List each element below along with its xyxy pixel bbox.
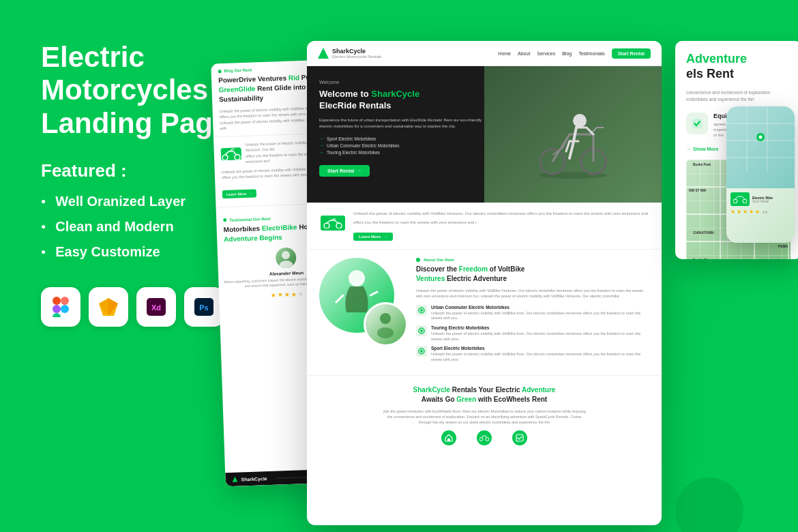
svg-point-26 bbox=[420, 309, 423, 312]
phone-screen: Electric Bike Sport Model ★ ★ ★ ★ ★ 4.8 bbox=[726, 106, 795, 243]
lp-learn-more[interactable]: Learn More → bbox=[222, 189, 257, 198]
ps-icon-box[interactable]: Ps bbox=[184, 287, 224, 327]
svg-rect-31 bbox=[447, 439, 450, 441]
svg-point-53 bbox=[733, 199, 737, 203]
about-dot bbox=[416, 258, 420, 262]
feature-text-3: Easy Customize bbox=[55, 244, 160, 260]
hero-welcome: Welcome bbox=[319, 80, 490, 85]
about-feature-2: Touring Electric Motorbikes Unleash the … bbox=[416, 325, 649, 342]
lp-blog-badge-text: Blog Our Rent bbox=[224, 68, 252, 73]
hero-content: Welcome Welcome to SharkCycleElecRide Re… bbox=[307, 66, 502, 203]
preview-area: Blog Our Rent PowerDrive Ventures Rid Pu… bbox=[232, 20, 798, 532]
nav-services[interactable]: Services bbox=[537, 51, 555, 56]
cta-moto-icon bbox=[477, 430, 492, 445]
right-preview-area: Adventureels Rent convenience and excite… bbox=[675, 41, 798, 270]
svg-point-28 bbox=[420, 329, 423, 332]
phone-star-5: ★ bbox=[755, 209, 760, 215]
map-label-chinatown: CHINATOWN bbox=[693, 231, 714, 235]
svg-text:Xd: Xd bbox=[151, 304, 161, 312]
xd-icon-box[interactable]: Xd bbox=[136, 287, 176, 327]
learn-arrow-icon: → bbox=[383, 235, 387, 239]
urban-icon bbox=[416, 305, 427, 316]
svg-point-24 bbox=[377, 327, 394, 338]
phone-map bbox=[726, 106, 795, 188]
sport-icon bbox=[416, 346, 427, 357]
hero-title: Welcome to SharkCycleElecRide Rentals bbox=[319, 89, 490, 112]
feature-text-2: Clean and Modern bbox=[55, 219, 173, 235]
brand-logo: SharkCycle Electric Motorcycle Rentals bbox=[318, 48, 381, 59]
hero-list-item-1: Sport Electric Motorbikes bbox=[319, 136, 490, 141]
about-badge-text: About Our Rent bbox=[424, 258, 454, 262]
star-1: ★ bbox=[271, 291, 276, 298]
phone-bike-type: Sport Model bbox=[752, 200, 773, 203]
feature-text-urban: Urban Commuter Electric Motorbikes Unlea… bbox=[431, 305, 649, 321]
brand-text-group: SharkCycle Electric Motorcycle Rentals bbox=[332, 48, 381, 59]
figma-icon-box[interactable] bbox=[41, 287, 80, 327]
preview-blog-section: Unleash the power of electric mobility w… bbox=[307, 203, 662, 250]
about-text-content: About Our Rent Discover the Freedom of V… bbox=[416, 258, 649, 367]
lp-footer-logo-icon bbox=[232, 477, 237, 482]
cta-check-icon-item bbox=[512, 430, 527, 445]
about-title: Discover the Freedom of VoltBike Venture… bbox=[416, 265, 649, 284]
svg-rect-1 bbox=[61, 297, 69, 305]
nav-blog[interactable]: Blog bbox=[562, 51, 572, 56]
nav-home[interactable]: Home bbox=[498, 51, 511, 56]
svg-rect-0 bbox=[53, 297, 61, 305]
sketch-icon-box[interactable] bbox=[89, 287, 128, 327]
hero-bike bbox=[484, 66, 662, 203]
svg-point-22 bbox=[349, 270, 365, 286]
brand-sub: Electric Motorcycle Rentals bbox=[332, 55, 381, 59]
lp-test-dot bbox=[223, 218, 226, 222]
svg-point-30 bbox=[420, 350, 423, 353]
xd-icon: Xd bbox=[147, 298, 166, 316]
preview-navbar: SharkCycle Electric Motorcycle Rentals H… bbox=[307, 41, 662, 66]
nav-testimonials[interactable]: Testimonials bbox=[578, 51, 605, 56]
nav-cta-button[interactable]: Start Rental bbox=[612, 48, 651, 59]
preview-about-section: About Our Rent Discover the Freedom of V… bbox=[307, 250, 662, 376]
star-5: ★ bbox=[298, 291, 304, 297]
blog-moto-icon bbox=[321, 216, 345, 231]
hero-bike-svg bbox=[532, 90, 614, 179]
preview-cta-section: SharkCycle Rentals Your Electric Adventu… bbox=[307, 376, 662, 456]
svg-point-14 bbox=[282, 250, 290, 258]
phone-mockup: Electric Bike Sport Model ★ ★ ★ ★ ★ 4.8 bbox=[726, 106, 795, 243]
nav-about[interactable]: About bbox=[518, 51, 530, 56]
phone-bike-details: Electric Bike Sport Model bbox=[752, 196, 773, 203]
lp-arrow-icon: → bbox=[248, 191, 252, 195]
lp-blog-dot bbox=[218, 70, 222, 73]
phone-rating-value: 4.8 bbox=[763, 210, 767, 214]
lp-avatar bbox=[276, 247, 297, 268]
cta-home-icon-item bbox=[441, 430, 456, 445]
blog-text: Unleash the power of electric mobility w… bbox=[353, 211, 649, 241]
phone-map-svg bbox=[726, 106, 795, 172]
phone-bike-thumb bbox=[730, 192, 750, 206]
svg-rect-4 bbox=[53, 313, 61, 317]
about-small-svg bbox=[370, 309, 401, 340]
phone-rating: ★ ★ ★ ★ ★ 4.8 bbox=[730, 209, 790, 215]
hero-image bbox=[484, 66, 662, 203]
phone-bike-name: Electric Bike bbox=[752, 196, 773, 200]
cta-icons bbox=[319, 430, 649, 445]
svg-point-23 bbox=[380, 313, 391, 324]
right-card-desc: convenience and excitement of exploratio… bbox=[686, 89, 790, 103]
hero-cta-button[interactable]: Start Rental → bbox=[319, 165, 370, 177]
learn-more-button[interactable]: Learn More → bbox=[353, 233, 393, 241]
cta-description: Join the green revolution with EcoWheels… bbox=[382, 409, 587, 426]
about-circle-small bbox=[364, 302, 408, 346]
phone-star-2: ★ bbox=[737, 209, 741, 215]
blog-description: Unleash the power of electric mobility w… bbox=[353, 211, 649, 217]
hero-list-item-2: Urban Commuter Electric Motorbikes bbox=[319, 143, 490, 148]
figma-icon bbox=[53, 297, 69, 317]
svg-point-33 bbox=[486, 438, 489, 441]
ps-icon: Ps bbox=[194, 298, 213, 316]
cta-title: SharkCycle Rentals Your Electric Adventu… bbox=[319, 385, 649, 404]
cta-moto-icon-item bbox=[477, 430, 492, 445]
svg-point-52 bbox=[759, 136, 763, 139]
equipment-check-icon bbox=[686, 113, 708, 134]
phone-star-3: ★ bbox=[743, 209, 748, 215]
hero-cta-arrow: → bbox=[357, 168, 361, 173]
feature-text-touring: Touring Electric Motorbikes Unleash the … bbox=[431, 325, 649, 342]
map-label-penn: PENN bbox=[778, 244, 788, 248]
nav-links: Home About Services Blog Testimonials St… bbox=[498, 48, 651, 59]
about-feature-3: Sport Electric Motorbikes Unleash the po… bbox=[416, 346, 649, 362]
